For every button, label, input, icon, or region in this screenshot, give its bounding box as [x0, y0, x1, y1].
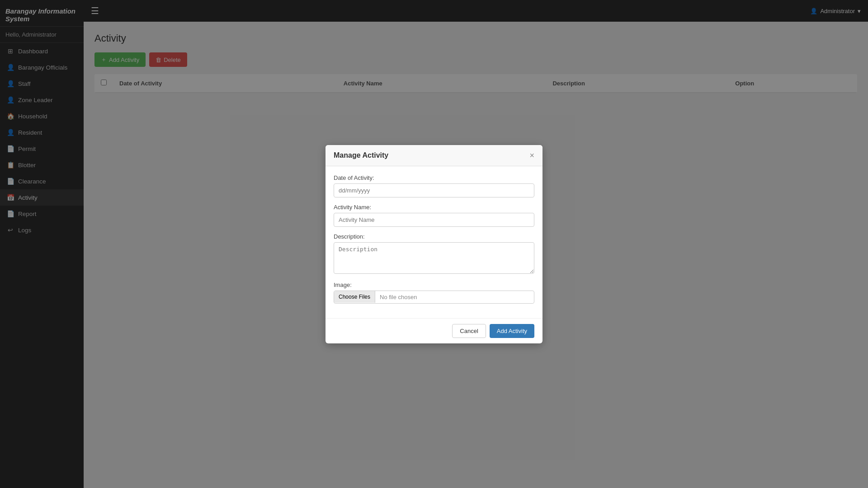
date-input[interactable]: [334, 183, 534, 197]
modal-footer: Cancel Add Activity: [326, 318, 542, 343]
activity-name-input[interactable]: [334, 213, 534, 227]
description-input[interactable]: [334, 242, 534, 274]
cancel-button[interactable]: Cancel: [452, 324, 486, 338]
modal-title: Manage Activity: [334, 151, 388, 160]
activity-name-label: Activity Name:: [334, 204, 534, 211]
image-label: Image:: [334, 282, 534, 288]
image-field-group: Image: Choose Files No file chosen: [334, 282, 534, 304]
submit-add-activity-button[interactable]: Add Activity: [490, 324, 534, 338]
date-field-group: Date of Activity:: [334, 174, 534, 197]
choose-files-button[interactable]: Choose Files: [334, 291, 375, 303]
modal-close-button[interactable]: ×: [529, 151, 534, 160]
modal-overlay: Manage Activity × Date of Activity: Acti…: [0, 0, 868, 488]
description-field-group: Description:: [334, 233, 534, 275]
file-no-chosen-label: No file chosen: [375, 291, 421, 303]
date-label: Date of Activity:: [334, 174, 534, 181]
manage-activity-modal: Manage Activity × Date of Activity: Acti…: [326, 145, 542, 343]
modal-body: Date of Activity: Activity Name: Descrip…: [326, 166, 542, 318]
description-label: Description:: [334, 233, 534, 240]
file-input-wrapper: Choose Files No file chosen: [334, 291, 534, 304]
name-field-group: Activity Name:: [334, 204, 534, 227]
modal-header: Manage Activity ×: [326, 145, 542, 166]
